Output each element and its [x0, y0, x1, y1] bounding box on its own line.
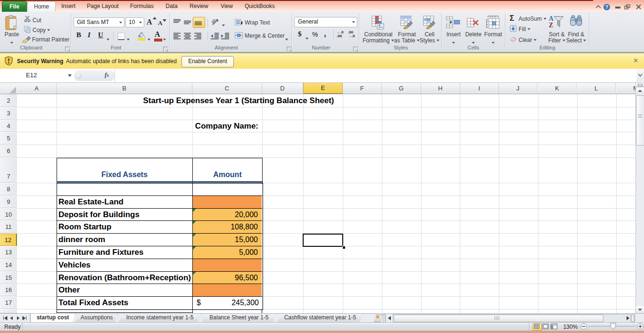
svg-text:A: A — [549, 15, 554, 22]
svg-text:Z: Z — [549, 22, 553, 29]
svg-text:ab: ab — [211, 18, 217, 24]
svg-text:?: ? — [605, 5, 608, 10]
